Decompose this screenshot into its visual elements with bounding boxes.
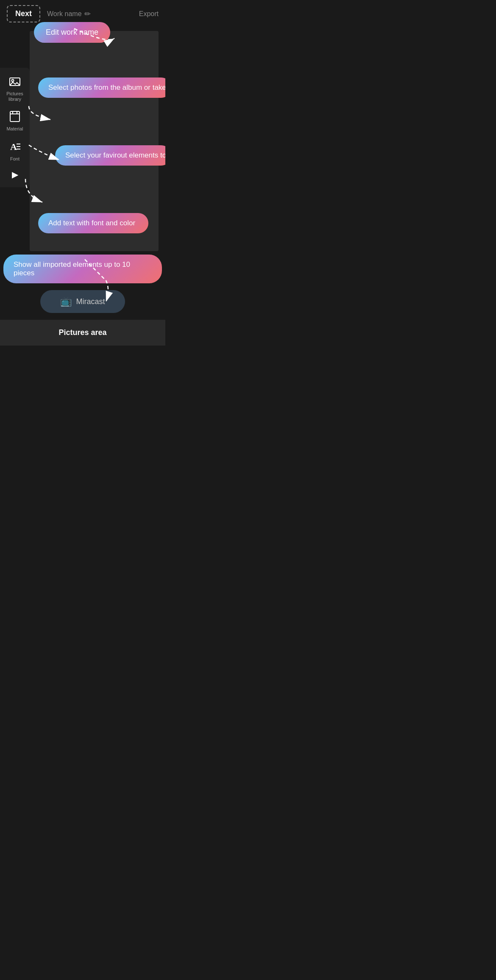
add-text-text: Add text with font and color [48,219,135,227]
pictures-library-icon [9,76,21,90]
export-label: Export [139,10,159,17]
edit-work-name-text: Edit work name [46,28,98,36]
font-label: Font [10,156,20,162]
work-name-area: Work name ✏ [47,9,91,19]
canvas-area: Select photos from the album or take pho… [30,31,159,251]
svg-point-1 [12,80,14,82]
sidebar-item-material[interactable]: Material [0,107,30,135]
select-material-text: Select your favirout elements to DIY [65,151,165,159]
next-button[interactable]: Next [7,5,40,22]
page-wrapper: Next Work name ✏ Export Edit work name P… [0,0,165,346]
show-elements-tooltip: Show all imported elements up to 10 piec… [3,255,162,283]
export-button[interactable]: Export [139,10,159,18]
bottom-section: Show all imported elements up to 10 piec… [0,255,165,313]
add-text-tooltip: Add text with font and color [38,213,148,233]
select-material-tooltip: Select your favirout elements to DIY [55,145,165,166]
select-photos-text: Select photos from the album or take pho… [48,83,165,91]
sidebar-item-font[interactable]: A Font [0,137,30,165]
select-photos-tooltip: Select photos from the album or take pho… [38,78,165,98]
miracast-label: Miracast [76,297,105,306]
next-label: Next [15,9,32,18]
sidebar-item-pictures[interactable]: Pictureslibrary [0,73,30,105]
work-name-text: Work name [47,10,82,18]
pictures-library-label: Pictureslibrary [6,91,23,102]
sidebar: Pictureslibrary Material A [0,68,30,187]
header-left: Next Work name ✏ [7,5,91,22]
miracast-button[interactable]: 📺 Miracast [40,290,125,313]
material-icon [9,111,20,125]
svg-rect-2 [10,111,20,122]
pictures-area-footer: Pictures area [0,320,165,346]
svg-text:A: A [10,141,17,152]
pictures-area-label: Pictures area [59,328,106,337]
edit-work-name-tooltip: Edit work name [34,22,110,43]
font-icon: A [9,141,21,155]
material-label: Material [6,126,23,132]
show-elements-text: Show all imported elements up to 10 piec… [14,260,130,277]
edit-pencil-icon[interactable]: ✏ [84,9,91,19]
miracast-icon: 📺 [60,296,72,307]
sidebar-expand-arrow[interactable]: ▶ [0,167,30,182]
